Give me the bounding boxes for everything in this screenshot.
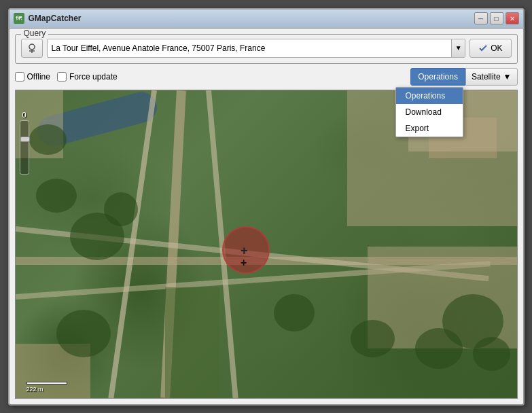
- force-update-checkbox[interactable]: [57, 72, 67, 82]
- query-row: ▼ OK: [21, 39, 512, 58]
- offline-checkbox[interactable]: [15, 72, 24, 82]
- query-group-label: Query: [21, 29, 49, 38]
- address-dropdown-arrow[interactable]: ▼: [451, 39, 465, 57]
- tree-3: [104, 192, 138, 226]
- dropdown-item-download[interactable]: Download: [396, 104, 463, 120]
- zoom-thumb[interactable]: [20, 137, 30, 142]
- force-update-checkbox-label[interactable]: Force update: [57, 72, 118, 82]
- tree-5: [415, 328, 463, 369]
- main-window: 🗺 GMapCatcher ─ □ ✕ Query: [8, 8, 525, 406]
- dropdown-export-label: Export: [406, 124, 429, 133]
- ok-icon: [478, 43, 488, 53]
- operations-group: Operations Operations Download Export Sa…: [410, 68, 517, 86]
- champ-de-mars: [165, 287, 219, 398]
- force-update-label: Force update: [69, 72, 118, 82]
- tree-7: [56, 310, 111, 357]
- tree-9: [351, 320, 395, 357]
- zoom-track[interactable]: [20, 120, 29, 175]
- eiffel-tower-marker: +: [222, 226, 270, 274]
- location-circle: +: [222, 226, 270, 274]
- tree-6: [274, 294, 315, 331]
- svg-point-0: [29, 44, 35, 50]
- address-input-wrapper: ▼: [47, 39, 466, 58]
- satellite-button[interactable]: Satellite ▼: [465, 68, 518, 86]
- zoom-slider-area: 0: [20, 111, 29, 175]
- restore-button[interactable]: □: [490, 12, 503, 24]
- dropdown-operations-label: Operations: [406, 91, 446, 101]
- window-title: GMapCatcher: [29, 14, 82, 23]
- crosshair: +: [241, 245, 251, 255]
- operations-dropdown-menu: Operations Download Export: [395, 87, 463, 137]
- scale-line: [26, 382, 67, 384]
- ok-label: OK: [491, 43, 502, 53]
- offline-label: Offline: [27, 72, 50, 82]
- toolbar-row: Offline Force update Operations Operatio…: [15, 68, 518, 86]
- dropdown-item-export[interactable]: Export: [396, 120, 463, 137]
- operations-button[interactable]: Operations: [410, 68, 465, 86]
- zoom-label: 0: [22, 111, 26, 119]
- dropdown-download-label: Download: [406, 107, 442, 117]
- satellite-dropdown-arrow: ▼: [503, 72, 512, 82]
- main-content: Query ▼ OK: [10, 29, 523, 404]
- location-icon: [26, 42, 38, 54]
- title-buttons: ─ □ ✕: [474, 12, 519, 24]
- title-bar: 🗺 GMapCatcher ─ □ ✕: [10, 10, 523, 29]
- title-bar-left: 🗺 GMapCatcher: [14, 13, 82, 24]
- ok-button[interactable]: OK: [469, 39, 511, 58]
- close-button[interactable]: ✕: [506, 12, 519, 24]
- tree-10: [29, 124, 67, 155]
- tree-8: [473, 337, 510, 371]
- minimize-button[interactable]: ─: [474, 12, 488, 24]
- address-input[interactable]: [48, 42, 452, 54]
- dropdown-item-operations[interactable]: Operations: [396, 88, 463, 104]
- app-icon: 🗺: [14, 13, 24, 24]
- scale-text: 222 m: [26, 386, 67, 393]
- offline-checkbox-label[interactable]: Offline: [15, 72, 50, 82]
- scale-bar: 222 m: [26, 382, 67, 393]
- tree-1: [36, 179, 77, 213]
- query-group: Query ▼ OK: [15, 34, 518, 64]
- satellite-label: Satellite: [472, 72, 501, 82]
- operations-label: Operations: [418, 72, 458, 82]
- query-icon-button[interactable]: [21, 39, 43, 58]
